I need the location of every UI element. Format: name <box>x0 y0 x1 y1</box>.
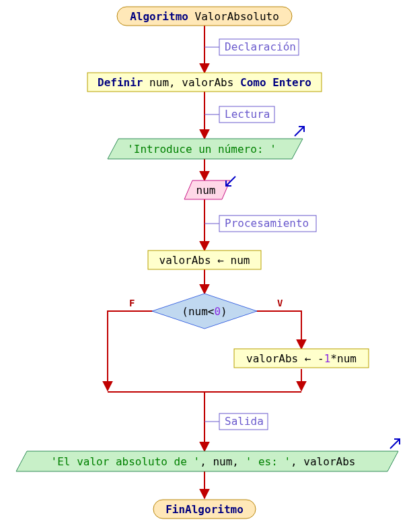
node-decision-text: (num<0) <box>182 305 227 318</box>
node-start-text: Algoritmo ValorAbsoluto <box>130 10 279 23</box>
node-end-text: FinAlgoritmo <box>165 503 244 516</box>
node-end: FinAlgoritmo <box>153 500 256 519</box>
stage-label-read: Lectura <box>225 108 270 121</box>
decision-label-false: F <box>129 298 135 308</box>
node-output-result-text: 'El valor absoluto de ', num, ' es: ', v… <box>51 455 356 468</box>
node-start: Algoritmo ValorAbsoluto <box>117 7 292 26</box>
stage-label-declare: Declaración <box>225 40 296 53</box>
stage-label-output: Salida <box>225 415 264 428</box>
node-assign-valorabs-text: valorAbs ← num <box>159 254 250 267</box>
node-declare-text: Definir num, valorAbs Como Entero <box>98 76 311 89</box>
node-input-num-text: num <box>196 184 216 197</box>
node-declare: Definir num, valorAbs Como Entero <box>87 73 322 92</box>
node-output-prompt: 'Introduce un número: ' <box>108 127 304 159</box>
node-output-result: 'El valor absoluto de ', num, ' es: ', v… <box>16 439 400 471</box>
stage-label-process: Procesamiento <box>225 217 309 230</box>
node-assign-negate-text: valorAbs ← -1*num <box>246 352 357 365</box>
node-output-prompt-text: 'Introduce un número: ' <box>127 143 276 156</box>
decision-label-true: V <box>277 298 283 308</box>
node-assign-negate: valorAbs ← -1*num <box>234 349 369 368</box>
node-input-num: num <box>184 176 235 199</box>
node-assign-valorabs: valorAbs ← num <box>148 251 261 269</box>
